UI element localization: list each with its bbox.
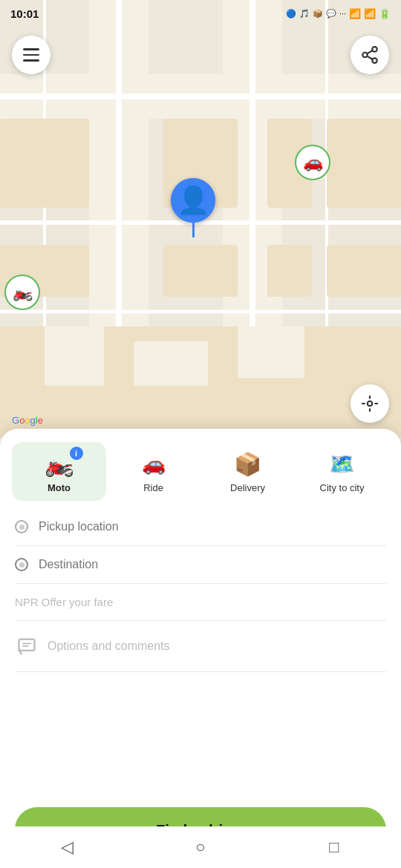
menu-button[interactable]: [12, 36, 50, 74]
moto-tab-icon-container: 🏍️ i: [40, 450, 79, 478]
destination-field[interactable]: [15, 546, 386, 584]
svg-rect-17: [267, 245, 312, 297]
delivery-icon: 📦: [234, 451, 261, 477]
hamburger-icon: [23, 48, 39, 62]
pin-tail: [192, 223, 195, 237]
delivery-tab-icon-container: 📦: [229, 450, 267, 478]
delivery-tab-label: Delivery: [230, 482, 265, 493]
moto-info-badge: i: [70, 447, 83, 460]
pickup-input[interactable]: [39, 520, 386, 533]
pickup-field[interactable]: [15, 508, 386, 546]
svg-rect-16: [327, 119, 401, 208]
svg-line-26: [367, 56, 372, 59]
tab-ride[interactable]: 🚗 Ride: [106, 442, 200, 501]
ride-tab-label: Ride: [143, 482, 163, 493]
options-label: Options and comments: [48, 640, 170, 653]
svg-point-25: [372, 58, 377, 63]
status-time: 10:01: [10, 7, 39, 20]
ride-tab-icon-container: 🚗: [134, 450, 173, 478]
tab-city-to-city[interactable]: 🗺️ City to city: [295, 442, 389, 501]
comment-icon: [15, 634, 39, 658]
status-bar: 10:01 🔵 🎵 📦 💬 ··· 📶 📶 🔋: [0, 0, 401, 27]
npr-label: NPR Offer your fare: [15, 596, 113, 608]
city-icon: 🗺️: [329, 452, 355, 476]
svg-rect-18: [327, 245, 401, 297]
pickup-dot-inner: [19, 525, 25, 530]
svg-rect-21: [134, 341, 208, 386]
nav-back-button[interactable]: ◁: [50, 831, 83, 864]
tab-moto[interactable]: 🏍️ i Moto: [12, 442, 106, 501]
svg-line-27: [367, 50, 372, 53]
nav-home-button[interactable]: ○: [184, 831, 217, 864]
nav-recent-button[interactable]: □: [318, 831, 351, 864]
svg-rect-33: [19, 640, 35, 651]
share-icon: [360, 45, 379, 65]
svg-rect-20: [45, 326, 104, 386]
user-avatar-icon: 👤: [177, 185, 210, 216]
user-avatar: 👤: [171, 178, 215, 223]
pickup-dot: [15, 520, 28, 533]
car-vehicle-marker: 🚗: [295, 145, 330, 180]
svg-point-28: [368, 401, 373, 407]
google-logo: Google: [12, 415, 43, 426]
bottom-navigation: ◁ ○ □: [0, 826, 401, 868]
options-row[interactable]: Options and comments: [15, 621, 386, 672]
locate-icon: [360, 394, 379, 413]
moto-vehicle-marker: 🏍️: [4, 274, 40, 310]
destination-input[interactable]: [39, 558, 386, 571]
city-tab-label: City to city: [320, 482, 365, 493]
booking-form: NPR Offer your fare Options and comments: [0, 508, 401, 794]
service-tabs: 🏍️ i Moto 🚗 Ride 📦 Delivery 🗺️ City to c…: [0, 429, 401, 508]
svg-point-23: [372, 47, 377, 51]
map: 🚗 🏍️ 👤 Google: [0, 0, 401, 438]
destination-dot: [15, 558, 28, 571]
status-icons: 🔵 🎵 📦 💬 ··· 📶 📶 🔋: [286, 8, 391, 19]
svg-rect-14: [163, 245, 238, 297]
bottom-panel: 🏍️ i Moto 🚗 Ride 📦 Delivery 🗺️ City to c…: [0, 429, 401, 868]
destination-dot-inner: [19, 562, 25, 568]
city-tab-icon-container: 🗺️: [323, 450, 362, 478]
share-button[interactable]: [351, 36, 389, 74]
tab-delivery[interactable]: 📦 Delivery: [200, 442, 295, 501]
user-location-pin: 👤: [171, 178, 215, 237]
moto-tab-label: Moto: [48, 482, 71, 493]
svg-rect-11: [0, 119, 89, 208]
npr-offer-row[interactable]: NPR Offer your fare: [15, 584, 386, 621]
svg-rect-22: [238, 326, 304, 378]
svg-point-24: [362, 53, 368, 58]
locate-button[interactable]: [351, 384, 389, 423]
car-icon: 🚗: [142, 453, 166, 476]
